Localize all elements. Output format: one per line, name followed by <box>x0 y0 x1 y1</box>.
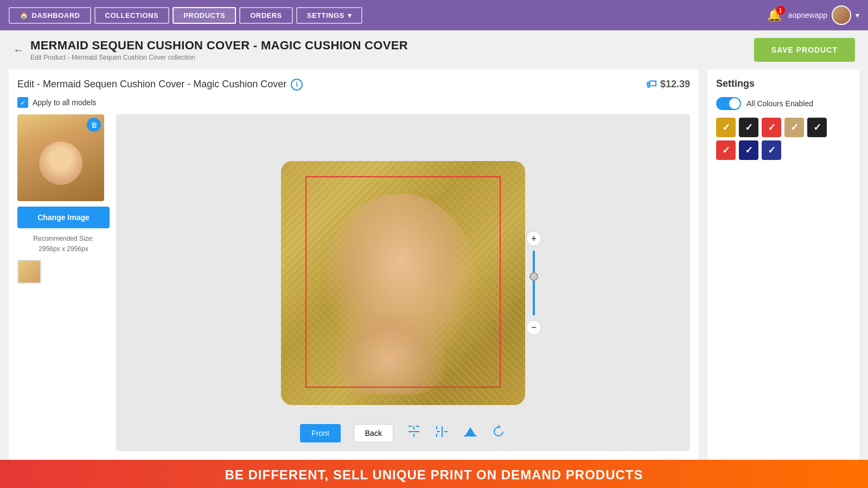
slider-track[interactable] <box>533 251 535 316</box>
cushion-preview: + − <box>281 161 525 405</box>
svg-marker-10 <box>465 427 476 436</box>
zoom-out-button[interactable]: − <box>526 320 541 335</box>
chevron-down-icon: ▾ <box>348 11 352 20</box>
top-navigation: 🏠 DASHBOARD COLLECTIONS PRODUCTS ORDERS … <box>0 0 868 30</box>
user-menu[interactable]: aopnewapp ▾ <box>788 5 859 25</box>
user-dropdown-icon: ▾ <box>856 11 859 20</box>
check-icon: ✓ <box>768 144 776 156</box>
breadcrumb-area: ← MERMAID SEQUEN CUSHION COVER - MAGIC C… <box>0 30 868 69</box>
settings-title: Settings <box>716 78 851 89</box>
nav-collections[interactable]: COLLECTIONS <box>94 7 170 24</box>
nav-orders[interactable]: ORDERS <box>239 7 293 24</box>
price-tag-icon: 🏷 <box>646 78 657 91</box>
align-horizontal-icon[interactable] <box>406 424 422 442</box>
color-swatch-black2[interactable]: ✓ <box>807 118 827 137</box>
color-swatch-tan[interactable]: ✓ <box>784 118 804 137</box>
zoom-slider: + − <box>526 231 541 335</box>
rotate-icon[interactable] <box>491 424 506 442</box>
change-image-button[interactable]: Change Image <box>17 207 110 228</box>
toggle-knob <box>729 98 740 109</box>
nav-right-section: 🔔 1 aopnewapp ▾ <box>767 5 859 25</box>
color-swatch-navy2[interactable]: ✓ <box>762 140 781 160</box>
home-icon: 🏠 <box>20 11 29 20</box>
color-swatch-black1[interactable]: ✓ <box>739 118 758 137</box>
main-content: Edit - Mermaid Sequen Cushion Cover - Ma… <box>0 69 868 460</box>
bottom-controls: Front Back <box>116 420 690 447</box>
nav-settings[interactable]: SETTINGS ▾ <box>296 7 363 24</box>
canvas-area[interactable]: + − Front Back <box>116 114 690 451</box>
save-product-button[interactable]: SAVE PRODUCT <box>754 38 855 62</box>
check-icon: ✓ <box>722 121 730 133</box>
color-swatch-red1[interactable]: ✓ <box>762 118 781 137</box>
color-grid: ✓ ✓ ✓ ✓ ✓ ✓ ✓ ✓ <box>716 118 851 160</box>
flip-icon[interactable] <box>463 424 478 442</box>
apply-all-row[interactable]: ✓ Apply to all models <box>17 97 690 108</box>
all-colours-toggle[interactable] <box>716 97 741 110</box>
check-icon: ✓ <box>790 121 799 133</box>
apply-all-label: Apply to all models <box>33 98 97 107</box>
bottom-banner: BE DIFFERENT, SELL UNIQUE PRINT ON DEMAN… <box>0 460 868 488</box>
delete-image-button[interactable]: 🗑 <box>87 118 101 132</box>
back-button[interactable]: ← <box>13 44 24 56</box>
tab-back[interactable]: Back <box>354 424 393 442</box>
zoom-in-button[interactable]: + <box>526 231 541 246</box>
page-title: MERMAID SEQUEN CUSHION COVER - MAGIC CUS… <box>30 38 408 53</box>
banner-text: BE DIFFERENT, SELL UNIQUE PRINT ON DEMAN… <box>225 467 643 483</box>
apply-all-checkbox[interactable]: ✓ <box>17 97 28 108</box>
cushion-background <box>281 161 525 405</box>
check-icon: ✓ <box>745 144 753 156</box>
check-icon: ✓ <box>813 121 821 133</box>
check-icon: ✓ <box>768 121 776 133</box>
left-sidebar: 🗑 Change Image Recommended Size: 2956px … <box>17 114 110 451</box>
color-swatch-red2[interactable]: ✓ <box>716 140 736 160</box>
breadcrumb-left: ← MERMAID SEQUEN CUSHION COVER - MAGIC C… <box>13 38 408 61</box>
editor-area: Edit - Mermaid Sequen Cushion Cover - Ma… <box>9 69 699 460</box>
thumbnail-preview[interactable] <box>17 260 41 284</box>
avatar <box>832 5 851 25</box>
breadcrumb: Edit Product - Mermaid Sequen Cushion Co… <box>30 54 408 61</box>
slider-thumb[interactable] <box>529 272 538 281</box>
settings-panel: Settings All Colours Enabled ✓ ✓ ✓ ✓ ✓ <box>707 69 859 460</box>
recommended-size-label: Recommended Size: 2956px x 2956px <box>17 234 110 254</box>
editor-top-bar: Edit - Mermaid Sequen Cushion Cover - Ma… <box>17 78 690 91</box>
hand-overlay <box>335 313 444 394</box>
color-swatch-gold[interactable]: ✓ <box>716 118 736 137</box>
align-vertical-icon[interactable] <box>435 424 450 442</box>
toggle-row: All Colours Enabled <box>716 97 851 110</box>
tab-front[interactable]: Front <box>300 424 341 442</box>
all-colours-label: All Colours Enabled <box>746 99 813 108</box>
nav-dashboard[interactable]: 🏠 DASHBOARD <box>9 7 91 24</box>
editor-body: 🗑 Change Image Recommended Size: 2956px … <box>17 114 690 451</box>
color-swatch-navy1[interactable]: ✓ <box>739 140 758 160</box>
check-icon: ✓ <box>722 144 730 156</box>
price-display: 🏷 $12.39 <box>646 78 690 91</box>
image-preview-box: 🗑 <box>17 114 104 201</box>
check-icon: ✓ <box>745 121 753 133</box>
info-icon[interactable]: i <box>291 79 303 91</box>
notification-bell[interactable]: 🔔 1 <box>767 8 782 22</box>
notification-badge: 1 <box>776 6 785 15</box>
nav-products[interactable]: PRODUCTS <box>173 7 236 24</box>
editor-title: Edit - Mermaid Sequen Cushion Cover - Ma… <box>17 79 303 91</box>
